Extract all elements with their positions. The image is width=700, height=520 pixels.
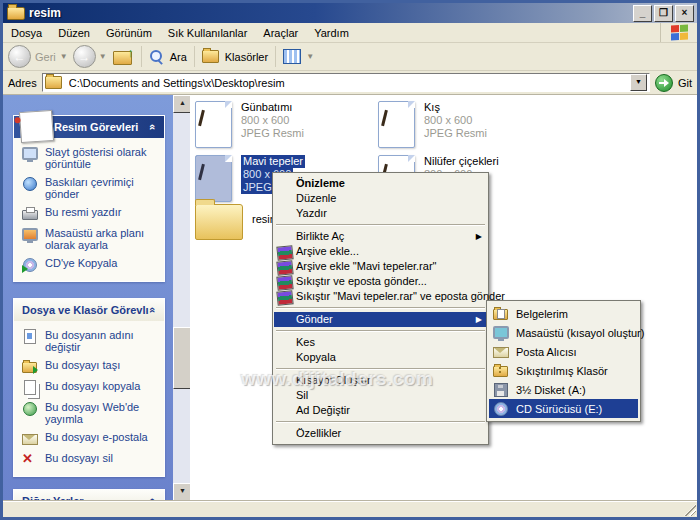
folders-icon[interactable] [202, 50, 219, 63]
desktop-shortcut-icon [493, 325, 509, 340]
forward-button[interactable]: → [73, 45, 96, 68]
views-dropdown-icon[interactable]: ▼ [306, 52, 314, 61]
task-copy-file[interactable]: Bu dosyayı kopyala [22, 380, 158, 395]
menu-item-compress-and-email[interactable]: Sıkıştır ve eposta gönder... [274, 274, 487, 289]
sendto-desktop-shortcut[interactable]: Masaüstü (kısayol oluştur) [489, 323, 638, 342]
printer-icon [22, 206, 38, 221]
close-button[interactable]: × [675, 5, 694, 22]
menu-item-open-with[interactable]: Birlikte Aç ▶ [274, 229, 487, 244]
menu-separator [276, 307, 485, 309]
explorer-window: resim _ ❐ × Dosya Düzen Görünüm Sık Kull… [0, 0, 700, 520]
up-button[interactable]: ↑ [112, 48, 134, 66]
search-label[interactable]: Ara [170, 51, 187, 63]
maximize-button[interactable]: ❐ [654, 5, 673, 22]
send-to-submenu: Belgelerim Masaüstü (kısayol oluştur) Po… [486, 300, 641, 422]
go-icon[interactable] [655, 74, 673, 92]
menu-item-properties[interactable]: Özellikler [274, 426, 487, 441]
menu-edit[interactable]: Düzen [50, 24, 98, 42]
file-tile-gunbatimi[interactable]: Günbatımı 800 x 600 JPEG Resmi [195, 101, 304, 148]
menu-help[interactable]: Yardım [306, 24, 357, 42]
back-button[interactable]: ← [8, 45, 31, 68]
menu-item-delete[interactable]: Sil [274, 388, 487, 403]
submenu-arrow-icon: ▶ [476, 312, 482, 327]
task-delete-file[interactable]: ✕ Bu dosyayı sil [22, 452, 158, 467]
menu-item-cut[interactable]: Kes [274, 335, 487, 350]
folders-label[interactable]: Klasörler [225, 51, 268, 63]
address-folder-icon [45, 76, 62, 89]
task-email-file[interactable]: Bu dosyayı e-postala [22, 431, 158, 446]
file-name[interactable]: Günbatımı [241, 101, 292, 114]
file-name[interactable]: Nilüfer çiçekleri [424, 155, 499, 168]
address-input[interactable]: C:\Documents and Settings\x\Desktop\resi… [42, 73, 650, 92]
task-copy-to-cd[interactable]: CD'ye Kopyala [22, 257, 158, 272]
menu-item-add-to-named-archive[interactable]: Arşive ekle "Mavi tepeler.rar" [274, 259, 487, 274]
file-name[interactable]: Mavi tepeler [241, 155, 305, 168]
views-icon[interactable] [283, 49, 301, 64]
menu-bar: Dosya Düzen Görünüm Sık Kullanılanlar Ar… [3, 23, 697, 43]
minimize-button[interactable]: _ [633, 5, 652, 22]
search-icon[interactable] [149, 49, 164, 64]
menu-item-preview[interactable]: Önizleme [274, 176, 487, 191]
panel-title: Dosya ve Klasör Görevlı [22, 304, 149, 316]
menu-item-edit[interactable]: Düzenle [274, 191, 487, 206]
file-tasks-panel: Dosya ve Klasör Görevlı « Bu dosyanın ad… [13, 298, 165, 477]
folder-tile-resim[interactable]: resim [195, 197, 279, 241]
menu-item-add-to-archive[interactable]: Arşive ekle... [274, 244, 487, 259]
menu-separator [276, 330, 485, 332]
my-documents-icon [493, 306, 509, 321]
file-dimensions: 800 x 600 [424, 114, 472, 127]
email-icon [22, 431, 38, 446]
task-move-file[interactable]: Bu dosyayı taşı [22, 359, 158, 374]
file-tasks-header[interactable]: Dosya ve Klasör Görevlı « [14, 299, 164, 321]
forward-dropdown-icon[interactable]: ▼ [99, 52, 107, 61]
sendto-cd-drive-e[interactable]: CD Sürücüsü (E:) [489, 399, 638, 418]
menu-tools[interactable]: Araçlar [255, 24, 306, 42]
menu-view[interactable]: Görünüm [98, 24, 160, 42]
task-view-slideshow[interactable]: Slayt gösterisi olarak görüntüle [22, 146, 158, 170]
file-name[interactable]: Kış [424, 101, 440, 114]
submenu-arrow-icon: ▶ [476, 229, 482, 244]
menu-separator [276, 368, 485, 370]
slideshow-icon [22, 146, 38, 161]
folder-icon [7, 7, 25, 20]
menu-favorites[interactable]: Sık Kullanılanlar [160, 24, 256, 42]
other-places-panel: Diğer Yerler « Masaüstü Resimlerim [13, 489, 165, 501]
chevron-up-icon[interactable]: « [147, 307, 159, 313]
sendto-compressed-folder[interactable]: Sıkıştırılmış Klasör [489, 361, 638, 380]
title-bar[interactable]: resim _ ❐ × [3, 3, 697, 23]
picture-tasks-header[interactable]: Resim Görevleri « [14, 116, 164, 138]
other-places-header[interactable]: Diğer Yerler « [14, 490, 164, 501]
menu-item-send-to[interactable]: Gönder ▶ [274, 312, 487, 327]
address-bar: Adres C:\Documents and Settings\x\Deskto… [3, 71, 697, 95]
sendto-floppy-a[interactable]: 3½ Disket (A:) [489, 380, 638, 399]
folder-icon [195, 204, 243, 240]
windows-logo [660, 23, 697, 42]
menu-item-create-shortcut[interactable]: Kısayol Oluştur [274, 373, 487, 388]
menu-item-print[interactable]: Yazdır [274, 206, 487, 221]
resize-grip[interactable] [684, 504, 696, 516]
task-order-prints[interactable]: Baskıları çevrimiçi gönder [22, 176, 158, 200]
address-path[interactable]: C:\Documents and Settings\x\Desktop\resi… [69, 77, 626, 89]
sendto-my-documents[interactable]: Belgelerim [489, 304, 638, 323]
go-label[interactable]: Git [678, 77, 692, 89]
task-print-picture[interactable]: Bu resmi yazdır [22, 206, 158, 221]
menu-item-copy[interactable]: Kopyala [274, 350, 487, 365]
menu-item-rename[interactable]: Ad Değiştir [274, 403, 487, 418]
address-dropdown-button[interactable]: ▼ [630, 74, 647, 91]
winrar-icon [277, 275, 293, 290]
menu-file[interactable]: Dosya [3, 24, 50, 42]
task-rename-file[interactable]: Bu dosyanın adını değiştir [22, 329, 158, 353]
file-type: JPEG Resmi [424, 127, 487, 140]
menu-item-compress-named-and-email[interactable]: Sıkıştır "Mavi tepeler.rar" ve eposta gö… [274, 289, 487, 304]
chevron-up-icon[interactable]: « [147, 124, 159, 130]
winrar-icon [277, 245, 293, 260]
sendto-mail-recipient[interactable]: Posta Alıcısı [489, 342, 638, 361]
publish-web-icon [22, 401, 38, 416]
task-set-as-background[interactable]: Masaüstü arka planı olarak ayarla [22, 227, 158, 251]
back-dropdown-icon[interactable]: ▼ [60, 52, 68, 61]
task-publish-file[interactable]: Bu dosyayı Web'de yayımla [22, 401, 158, 425]
file-tile-kis[interactable]: Kış 800 x 600 JPEG Resmi [378, 101, 487, 148]
file-dimensions: 800 x 600 [241, 114, 289, 127]
taskpane-scrollbar[interactable]: ▲ ▼ [173, 95, 190, 501]
delete-icon: ✕ [22, 452, 38, 467]
